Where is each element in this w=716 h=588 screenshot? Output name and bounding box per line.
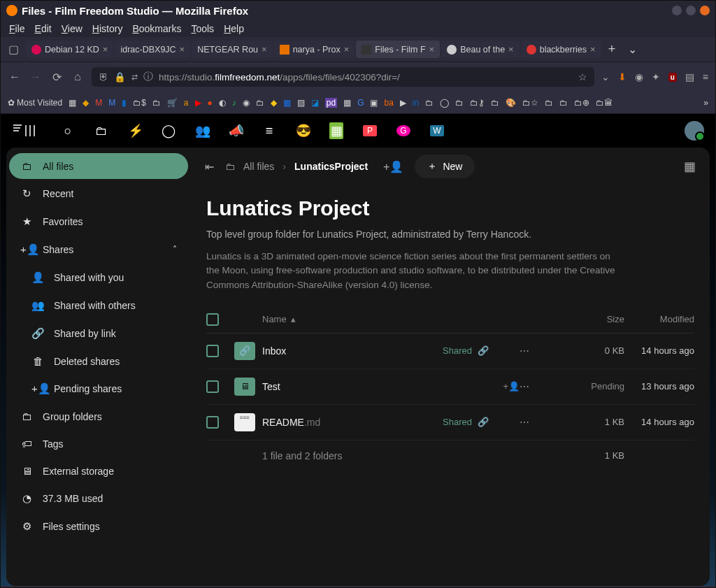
user-avatar[interactable] <box>685 121 704 141</box>
menu-file[interactable]: File <box>9 23 25 34</box>
tab-close-icon[interactable]: × <box>429 44 435 55</box>
bookmark-icon[interactable]: ◯ <box>440 98 449 108</box>
bookmark-icon[interactable]: M <box>95 98 102 108</box>
bookmark-most-visited[interactable]: ✿ Most Visited <box>8 98 62 108</box>
sidebar-group-folders[interactable]: 🗀 Group folders <box>9 403 188 429</box>
bookmark-overflow-icon[interactable]: » <box>703 98 708 108</box>
back-button[interactable]: ← <box>8 71 22 83</box>
bookmark-folder-icon[interactable]: 🗀 <box>545 98 553 108</box>
tab-idrac[interactable]: idrac-DBX9JC × <box>115 41 190 58</box>
file-name[interactable]: Test <box>262 381 443 392</box>
bookmark-icon[interactable]: ▦ <box>283 98 291 108</box>
table-row[interactable]: ≡≡≡ README.md Shared 🔗 ⋯ 1 KB 14 hours a… <box>206 405 694 440</box>
bookmark-folder-icon[interactable]: 🗀 <box>559 98 568 108</box>
account-icon[interactable]: ◉ <box>635 71 643 83</box>
add-user-icon[interactable]: +👤 <box>383 160 403 173</box>
home-button[interactable]: ⌂ <box>71 71 85 83</box>
menu-help[interactable]: Help <box>224 23 244 34</box>
bookmark-folder-icon[interactable]: 🗀⚷ <box>470 98 485 108</box>
contacts-icon[interactable]: 👥 <box>195 123 209 138</box>
bookmark-folder-icon[interactable]: 🗀 <box>455 98 464 108</box>
maximize-button[interactable] <box>686 6 696 15</box>
library-icon[interactable]: ▤ <box>685 71 694 83</box>
app-icon[interactable]: G <box>396 125 410 136</box>
tab-close-icon[interactable]: × <box>180 44 185 55</box>
download-icon[interactable]: ⬇ <box>618 71 626 83</box>
sidebar-files-settings[interactable]: ⚙ Files settings <box>9 513 188 540</box>
file-name[interactable]: README.md <box>262 417 443 428</box>
new-button[interactable]: ＋ New <box>415 155 475 178</box>
tab-netgear[interactable]: NETGEAR Rou × <box>192 41 272 58</box>
reload-button[interactable]: ⟳ <box>50 71 64 84</box>
bookmark-icon[interactable]: ◆ <box>83 98 89 108</box>
extension-icon[interactable]: ✦ <box>652 71 660 83</box>
tab-overflow-button[interactable]: ⌄ <box>622 40 643 59</box>
menu-bookmarks[interactable]: Bookmarks <box>132 23 181 34</box>
app-icon[interactable]: 😎 <box>296 123 310 138</box>
bookmark-folder-icon[interactable]: 🗀$ <box>133 98 146 108</box>
bookmark-icon[interactable]: M <box>108 98 115 108</box>
new-tab-button[interactable]: + <box>603 39 622 59</box>
dashboard-icon[interactable]: ○ <box>61 124 75 138</box>
bookmark-icon[interactable]: 🎨 <box>506 98 516 108</box>
row-actions-icon[interactable]: ⋯ <box>520 345 582 357</box>
tab-debian[interactable]: Debian 12 KD × <box>26 41 113 58</box>
tab-narya[interactable]: narya - Prox × <box>274 41 355 58</box>
menu-history[interactable]: History <box>92 23 123 34</box>
sidebar-favorites[interactable]: ★ Favorites <box>9 208 188 235</box>
row-checkbox[interactable] <box>206 416 219 429</box>
app-logo[interactable] <box>12 122 40 139</box>
file-name[interactable]: Inbox <box>262 345 443 357</box>
talk-icon[interactable]: ◯ <box>162 123 176 138</box>
bookmark-icon[interactable]: ◪ <box>311 98 319 108</box>
row-actions-icon[interactable]: ⋯ <box>520 381 582 392</box>
bookmark-icon[interactable]: ◆ <box>271 98 277 108</box>
bookmark-icon[interactable]: ● <box>208 98 213 108</box>
sidebar-shared-with-you[interactable]: 👤 Shared with you <box>9 264 188 291</box>
bookmark-folder-icon[interactable]: 🗀⊕ <box>574 98 589 108</box>
bookmark-folder-icon[interactable]: 🗀🏛 <box>596 98 613 108</box>
forward-button[interactable]: → <box>29 71 43 83</box>
files-icon[interactable]: 🗀 <box>94 124 108 138</box>
site-info-icon[interactable]: ⓘ <box>143 71 153 83</box>
bookmark-icon[interactable]: ▮ <box>122 98 127 108</box>
share-status[interactable]: Shared 🔗 <box>443 345 520 356</box>
tab-files[interactable]: Files - Film F × <box>356 41 440 58</box>
container-shield-icon[interactable]: ▢ <box>5 41 22 58</box>
sidebar-tags[interactable]: 🏷 Tags <box>9 431 188 457</box>
shield-icon[interactable]: ⛨ <box>99 72 108 83</box>
close-button[interactable] <box>700 6 710 15</box>
share-status[interactable]: +👤 <box>443 381 520 392</box>
list-icon[interactable]: ≡ <box>262 124 276 138</box>
app-icon[interactable]: W <box>430 125 444 136</box>
bookmark-icon[interactable]: a <box>184 98 189 108</box>
tab-close-icon[interactable]: × <box>103 44 108 55</box>
pocket-icon[interactable]: ⌄ <box>601 71 610 83</box>
menu-view[interactable]: View <box>62 23 83 34</box>
table-row[interactable]: 🖥 Test +👤 ⋯ Pending 13 hours ago <box>206 369 694 405</box>
tab-blackberries[interactable]: blackberries × <box>521 41 601 58</box>
row-actions-icon[interactable]: ⋯ <box>520 417 582 428</box>
permissions-icon[interactable]: ⇄ <box>131 73 138 82</box>
announce-icon[interactable]: 📣 <box>229 123 243 138</box>
sidebar-recent[interactable]: ↻ Recent <box>9 180 188 207</box>
bookmark-icon[interactable]: ◉ <box>243 98 250 108</box>
bookmark-icon[interactable]: ♪ <box>232 98 236 108</box>
row-checkbox[interactable] <box>206 345 219 357</box>
bookmark-folder-icon[interactable]: 🗀☆ <box>522 98 538 108</box>
bookmark-folder-icon[interactable]: 🗀 <box>425 98 434 108</box>
bookmark-icon[interactable]: G <box>357 98 364 108</box>
bookmark-icon[interactable]: ▶ <box>195 98 201 108</box>
bookmark-icon[interactable]: ▶ <box>400 98 406 108</box>
sidebar-shares[interactable]: +👤 Shares ˄ <box>9 236 188 263</box>
breadcrumb-all-files[interactable]: All files <box>243 161 274 172</box>
sidebar-shared-by-link[interactable]: 🔗 Shared by link <box>9 320 188 347</box>
activity-icon[interactable]: ⚡ <box>128 123 142 138</box>
sidebar-pending-shares[interactable]: +👤 Pending shares <box>9 375 188 402</box>
collapse-sidebar-icon[interactable]: ⇤ <box>205 160 214 173</box>
sidebar-deleted-shares[interactable]: 🗑 Deleted shares <box>9 348 188 374</box>
bookmark-icon[interactable]: ▦ <box>69 98 76 108</box>
hamburger-menu-icon[interactable]: ≡ <box>703 71 708 83</box>
tab-close-icon[interactable]: × <box>590 44 596 55</box>
bookmark-folder-icon[interactable]: 🗀 <box>152 98 161 108</box>
